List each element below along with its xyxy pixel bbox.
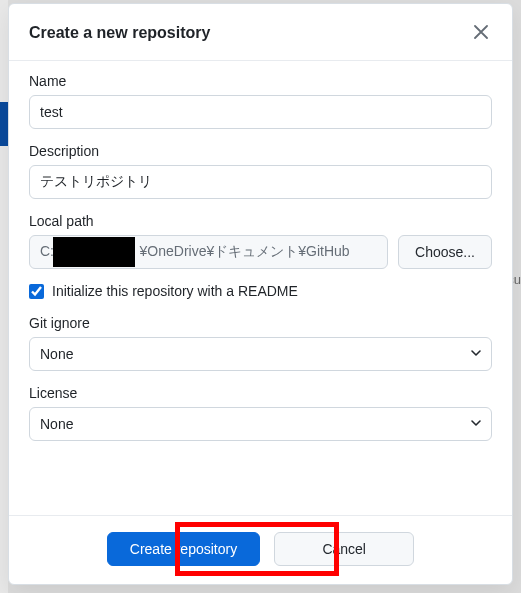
redacted-path-segment [53,237,135,267]
create-repo-modal: Create a new repository Name Description… [8,3,513,585]
local-path-label: Local path [29,213,492,229]
license-label: License [29,385,492,401]
background-blue-stripe [0,102,8,146]
name-input[interactable] [29,95,492,129]
close-icon [474,23,488,43]
name-field: Name [29,73,492,129]
modal-footer: Create repository Cancel [9,515,512,584]
license-field: License None [29,385,492,441]
modal-header: Create a new repository [9,4,512,61]
git-ignore-label: Git ignore [29,315,492,331]
description-label: Description [29,143,492,159]
license-select[interactable]: None [29,407,492,441]
description-field: Description [29,143,492,199]
readme-checkbox-row: Initialize this repository with a README [29,283,492,299]
readme-checkbox[interactable] [29,284,44,299]
name-label: Name [29,73,492,89]
local-path-field: Local path Choose... [29,213,492,269]
git-ignore-field: Git ignore None [29,315,492,371]
modal-body: Name Description Local path Choose... In… [9,61,512,515]
readme-checkbox-label: Initialize this repository with a README [52,283,298,299]
choose-path-button[interactable]: Choose... [398,235,492,269]
background-edge [0,0,8,593]
close-button[interactable] [470,20,492,46]
create-repository-button[interactable]: Create repository [107,532,260,566]
cancel-button[interactable]: Cancel [274,532,414,566]
git-ignore-select[interactable]: None [29,337,492,371]
modal-title: Create a new repository [29,24,210,42]
description-input[interactable] [29,165,492,199]
